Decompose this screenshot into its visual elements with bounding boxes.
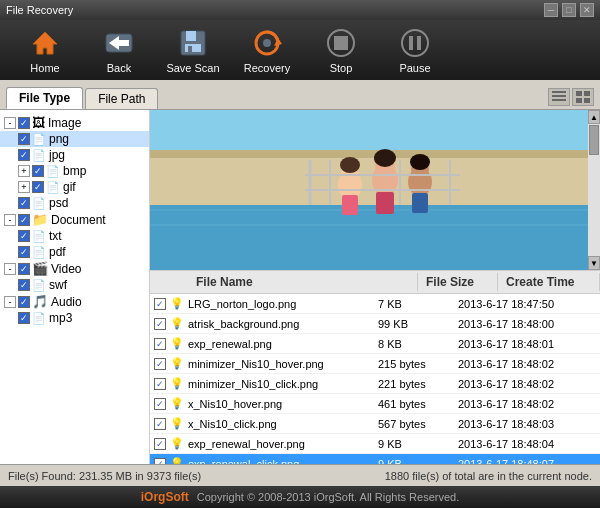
- back-button[interactable]: Back: [84, 23, 154, 77]
- checkbox-image[interactable]: ✓: [18, 117, 30, 129]
- expand-gif[interactable]: +: [18, 181, 30, 193]
- tree-item-video[interactable]: - ✓ 🎬 Video: [0, 260, 149, 277]
- column-header-date[interactable]: Create Time: [498, 273, 600, 291]
- expand-audio[interactable]: -: [4, 296, 16, 308]
- tree-item-txt[interactable]: ✓ 📄 txt: [0, 228, 149, 244]
- tree-item-bmp[interactable]: + ✓ 📄 bmp: [0, 163, 149, 179]
- checkbox-png[interactable]: ✓: [18, 133, 30, 145]
- file-row[interactable]: ✓ 💡 atrisk_background.png 99 KB 2013-6-1…: [150, 314, 600, 334]
- tree-item-jpg[interactable]: ✓ 📄 jpg: [0, 147, 149, 163]
- tree-item-document[interactable]: - ✓ 📁 Document: [0, 211, 149, 228]
- file-chk-0[interactable]: ✓: [154, 298, 166, 310]
- file-type-icon-2: 💡: [170, 337, 188, 350]
- file-row[interactable]: ✓ 💡 minimizer_Nis10_hover.png 215 bytes …: [150, 354, 600, 374]
- home-icon: [29, 27, 61, 59]
- file-row[interactable]: ✓ 💡 exp_renewal.png 8 KB 2013-6-17 18:48…: [150, 334, 600, 354]
- home-button[interactable]: Home: [10, 23, 80, 77]
- scroll-thumb[interactable]: [589, 125, 599, 155]
- file-row[interactable]: ✓ 💡 exp_renewal_hover.png 9 KB 2013-6-17…: [150, 434, 600, 454]
- checkbox-pdf[interactable]: ✓: [18, 246, 30, 258]
- file-type-icon-7: 💡: [170, 437, 188, 450]
- file-icon-png: 📄: [32, 133, 46, 146]
- file-chk-8[interactable]: ✓: [154, 458, 166, 465]
- svg-point-32: [340, 157, 360, 173]
- column-header-name[interactable]: File Name: [188, 273, 418, 291]
- svg-rect-34: [376, 192, 394, 214]
- file-chk-4[interactable]: ✓: [154, 378, 166, 390]
- file-chk-7[interactable]: ✓: [154, 438, 166, 450]
- tree-item-gif[interactable]: + ✓ 📄 gif: [0, 179, 149, 195]
- preview-image: [150, 110, 600, 270]
- checkbox-bmp[interactable]: ✓: [32, 165, 44, 177]
- list-view-button[interactable]: [548, 88, 570, 106]
- save-scan-button[interactable]: Save Scan: [158, 23, 228, 77]
- tab-file-path[interactable]: File Path: [85, 88, 158, 109]
- tree-item-psd[interactable]: ✓ 📄 psd: [0, 195, 149, 211]
- preview-scrollbar: ▲ ▼: [588, 110, 600, 270]
- stop-button[interactable]: Stop: [306, 23, 376, 77]
- checkbox-jpg[interactable]: ✓: [18, 149, 30, 161]
- svg-rect-19: [576, 91, 582, 96]
- save-scan-label: Save Scan: [166, 62, 219, 74]
- preview-area: ▲ ▼: [150, 110, 600, 270]
- file-list-header: File Name File Size Create Time: [150, 270, 600, 294]
- file-checkbox-6[interactable]: ✓: [150, 418, 170, 430]
- tree-item-swf[interactable]: ✓ 📄 swf: [0, 277, 149, 293]
- scroll-up-button[interactable]: ▲: [588, 110, 600, 124]
- close-button[interactable]: ✕: [580, 3, 594, 17]
- file-chk-2[interactable]: ✓: [154, 338, 166, 350]
- file-row[interactable]: ✓ 💡 x_Nis10_click.png 567 bytes 2013-6-1…: [150, 414, 600, 434]
- scroll-down-button[interactable]: ▼: [588, 256, 600, 270]
- tree-item-pdf[interactable]: ✓ 📄 pdf: [0, 244, 149, 260]
- status-left: File(s) Found: 231.35 MB in 9373 file(s): [8, 470, 201, 482]
- toolbar: Home Back Save Scan: [0, 20, 600, 80]
- file-chk-6[interactable]: ✓: [154, 418, 166, 430]
- expand-image[interactable]: -: [4, 117, 16, 129]
- checkbox-document[interactable]: ✓: [18, 214, 30, 226]
- pause-button[interactable]: Pause: [380, 23, 450, 77]
- checkbox-audio[interactable]: ✓: [18, 296, 30, 308]
- checkbox-video[interactable]: ✓: [18, 263, 30, 275]
- file-checkbox-7[interactable]: ✓: [150, 438, 170, 450]
- file-checkbox-1[interactable]: ✓: [150, 318, 170, 330]
- file-row[interactable]: ✓ 💡 x_Nis10_hover.png 461 bytes 2013-6-1…: [150, 394, 600, 414]
- file-checkbox-2[interactable]: ✓: [150, 338, 170, 350]
- checkbox-psd[interactable]: ✓: [18, 197, 30, 209]
- file-row[interactable]: ✓ 💡 exp_renewal_click.png 9 KB 2013-6-17…: [150, 454, 600, 464]
- tree-item-mp3[interactable]: ✓ 📄 mp3: [0, 310, 149, 326]
- checkbox-txt[interactable]: ✓: [18, 230, 30, 242]
- file-chk-5[interactable]: ✓: [154, 398, 166, 410]
- tree-item-png[interactable]: ✓ 📄 png: [0, 131, 149, 147]
- tab-file-type[interactable]: File Type: [6, 87, 83, 109]
- grid-view-button[interactable]: [572, 88, 594, 106]
- expand-bmp[interactable]: +: [18, 165, 30, 177]
- file-date-0: 2013-6-17 18:47:50: [458, 298, 600, 310]
- file-chk-1[interactable]: ✓: [154, 318, 166, 330]
- maximize-button[interactable]: □: [562, 3, 576, 17]
- checkbox-swf[interactable]: ✓: [18, 279, 30, 291]
- file-checkbox-0[interactable]: ✓: [150, 298, 170, 310]
- file-row[interactable]: ✓ 💡 LRG_norton_logo.png 7 KB 2013-6-17 1…: [150, 294, 600, 314]
- file-type-icon-8: 💡: [170, 457, 188, 464]
- file-date-3: 2013-6-17 18:48:02: [458, 358, 600, 370]
- tree-label-pdf: pdf: [49, 245, 66, 259]
- file-row[interactable]: ✓ 💡 minimizer_Nis10_click.png 221 bytes …: [150, 374, 600, 394]
- checkbox-mp3[interactable]: ✓: [18, 312, 30, 324]
- file-checkbox-5[interactable]: ✓: [150, 398, 170, 410]
- back-icon: [103, 27, 135, 59]
- checkbox-gif[interactable]: ✓: [32, 181, 44, 193]
- file-chk-3[interactable]: ✓: [154, 358, 166, 370]
- save-scan-icon: [177, 27, 209, 59]
- tree-item-image[interactable]: - ✓ 🖼 Image: [0, 114, 149, 131]
- file-checkbox-4[interactable]: ✓: [150, 378, 170, 390]
- file-name-3: minimizer_Nis10_hover.png: [188, 358, 378, 370]
- file-checkbox-8[interactable]: ✓: [150, 458, 170, 465]
- file-checkbox-3[interactable]: ✓: [150, 358, 170, 370]
- expand-document[interactable]: -: [4, 214, 16, 226]
- expand-video[interactable]: -: [4, 263, 16, 275]
- column-header-size[interactable]: File Size: [418, 273, 498, 291]
- pause-icon: [399, 27, 431, 59]
- tree-item-audio[interactable]: - ✓ 🎵 Audio: [0, 293, 149, 310]
- recovery-button[interactable]: Recovery: [232, 23, 302, 77]
- minimize-button[interactable]: ─: [544, 3, 558, 17]
